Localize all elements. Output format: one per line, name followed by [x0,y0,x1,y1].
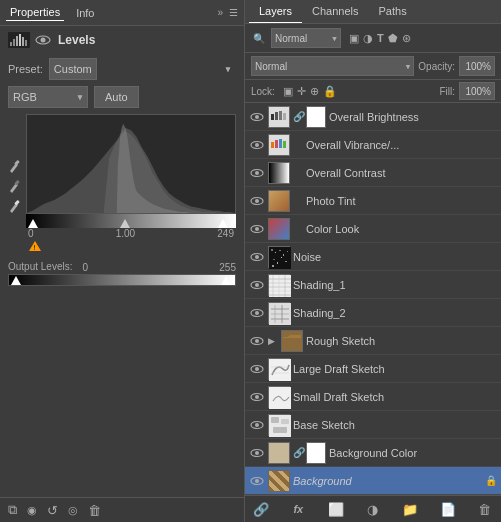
layer-visibility-eye[interactable] [249,221,265,237]
svg-point-89 [255,479,259,483]
layer-row[interactable]: Noise [245,243,501,271]
text-filter-icon[interactable]: T [377,32,384,44]
layer-row[interactable]: Base Sketch [245,411,501,439]
layer-name: Small Draft Sketch [293,391,497,403]
layer-thumbnail [268,470,290,492]
channel-select[interactable]: RGB [8,86,88,108]
output-black-triangle[interactable] [11,276,21,285]
svg-rect-21 [271,114,274,120]
tab-properties[interactable]: Properties [6,4,64,21]
new-group-button[interactable]: 📁 [400,499,420,519]
auto-button[interactable]: Auto [94,86,139,108]
lock-pixel-icon[interactable]: ▣ [283,85,293,98]
opacity-label: Opacity: [418,61,455,72]
tab-channels[interactable]: Channels [302,0,368,23]
layer-visibility-eye[interactable] [249,473,265,489]
layer-visibility-eye[interactable] [249,277,265,293]
layer-visibility-eye[interactable] [249,165,265,181]
layer-row[interactable]: Large Draft Sketch [245,355,501,383]
gray-triangle[interactable] [120,219,130,228]
menu-icon[interactable]: ☰ [229,7,238,18]
svg-point-26 [255,143,259,147]
eyedropper-black[interactable] [8,159,22,173]
layer-thumbnail [268,106,290,128]
svg-point-73 [255,367,259,371]
expand-icon[interactable]: » [217,7,223,18]
svg-point-78 [255,395,259,399]
preset-select[interactable]: Custom [49,58,97,80]
output-label-row: Output Levels: 0 255 [8,261,236,274]
reset-icon[interactable]: ↺ [47,503,58,518]
layer-row[interactable]: Overall Contrast [245,159,501,187]
layers-list: 🔗 Overall Brightness Overall Vibrance/..… [245,103,501,495]
adjust-filter-icon[interactable]: ◑ [363,32,373,45]
group-arrow-icon[interactable]: ▶ [268,336,278,346]
lock-art-icon[interactable]: ⊕ [310,85,319,98]
layer-visibility-eye[interactable] [249,361,265,377]
layer-name: Overall Vibrance/... [306,139,497,151]
svg-point-8 [41,38,46,43]
layer-visibility-eye[interactable] [249,417,265,433]
panel-header-icons: » ☰ [217,7,238,18]
layer-row[interactable]: Shading_2 [245,299,501,327]
delete-layer-button[interactable]: 🗑 [475,499,495,519]
layer-row[interactable]: Shading_1 [245,271,501,299]
shape-filter-icon[interactable]: ⬟ [388,32,398,45]
layer-row[interactable]: ▶ Rough Sketch [245,327,501,355]
blend-opacity-row: Normal ▼ Opacity: [245,53,501,80]
lock-move-icon[interactable]: ✛ [297,85,306,98]
add-mask-button[interactable]: ⬜ [326,499,346,519]
layer-row[interactable]: Overall Vibrance/... [245,131,501,159]
fill-input[interactable] [459,82,495,100]
layer-row[interactable]: Color Look [245,215,501,243]
white-triangle[interactable] [218,219,228,228]
svg-rect-6 [25,40,27,46]
blend-mode-select[interactable]: Normal [251,56,414,76]
layer-visibility-eye[interactable] [249,333,265,349]
visibility-toggle-icon[interactable]: ◉ [27,504,37,517]
svg-rect-84 [281,419,289,424]
svg-point-81 [255,423,259,427]
channel-row: RGB ▼ Auto [8,86,236,108]
levels-header: Levels [8,32,236,48]
black-triangle[interactable] [28,219,38,228]
layer-visibility-eye[interactable] [249,249,265,265]
tab-info[interactable]: Info [72,5,98,21]
layer-visibility-eye[interactable] [249,137,265,153]
layer-row[interactable]: Small Draft Sketch [245,383,501,411]
layer-row[interactable]: Photo Tint [245,187,501,215]
link-layers-button[interactable]: 🔗 [251,499,271,519]
fx-button[interactable]: fx [288,499,308,519]
lock-all-icon[interactable]: 🔒 [323,85,337,98]
layer-visibility-eye[interactable] [249,193,265,209]
preview-icon[interactable]: ◎ [68,504,78,517]
layer-link-icon: 🔗 [293,111,303,122]
new-layer-button[interactable]: 📄 [438,499,458,519]
layer-row[interactable]: 🔗 Overall Brightness [245,103,501,131]
layer-row[interactable]: Background 🔒 [245,467,501,495]
preset-dropdown-arrow: ▼ [224,65,232,74]
svg-rect-23 [279,111,282,120]
smart-filter-icon[interactable]: ⊛ [402,32,411,45]
eyedropper-white[interactable] [8,199,22,213]
layer-visibility-eye[interactable] [249,109,265,125]
pixel-filter-icon[interactable]: ▣ [349,32,359,45]
layer-row[interactable]: 🔗 Background Color [245,439,501,467]
tab-paths[interactable]: Paths [369,0,417,23]
histogram-container [26,114,236,214]
add-adjustment-button[interactable]: ◑ [363,499,383,519]
layer-link-icon: 🔗 [293,447,303,458]
layer-visibility-eye[interactable] [249,445,265,461]
kind-select[interactable]: Normal [271,28,341,48]
opacity-input[interactable] [459,56,495,76]
tab-layers[interactable]: Layers [249,0,302,23]
delete-icon[interactable]: 🗑 [88,503,101,518]
svg-point-37 [255,227,259,231]
kind-select-wrapper: Normal ▼ [271,28,341,48]
layer-visibility-eye[interactable] [249,389,265,405]
eyedropper-gray[interactable] [8,179,22,193]
layer-name: Rough Sketch [306,335,497,347]
clip-to-layer-icon[interactable]: ⧉ [8,502,17,518]
output-white-triangle[interactable] [221,276,231,285]
layer-visibility-eye[interactable] [249,305,265,321]
